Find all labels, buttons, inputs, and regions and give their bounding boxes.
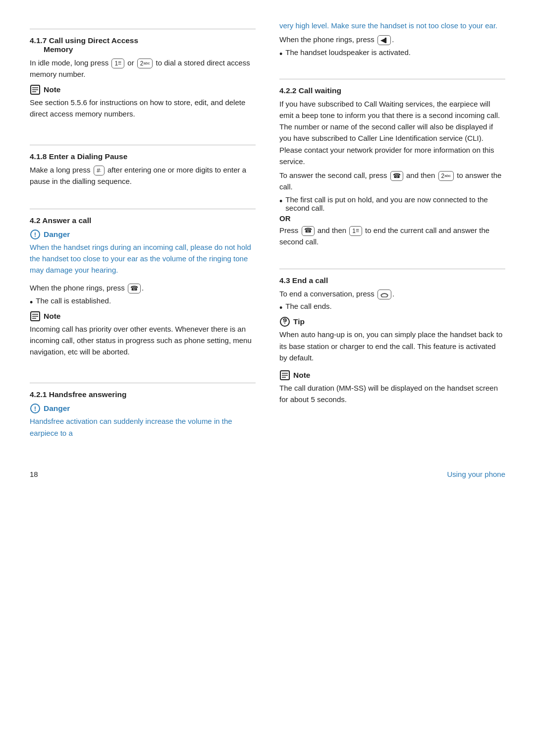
note-header-417: Note: [30, 84, 256, 95]
svg-line-13: [387, 295, 388, 297]
section-421: 4.2.1 Handsfree answering ! Danger Hands…: [30, 374, 256, 445]
btn-2-icon: 2abc: [137, 58, 153, 68]
btn-1-icon: 1☰: [111, 58, 124, 68]
note-icon-43: [279, 370, 290, 381]
danger-42: ! Danger When the handset rings during a…: [30, 229, 256, 279]
phone-icon-422: ☎: [390, 171, 403, 181]
section-421-title: 4.2.1 Handsfree answering: [30, 390, 256, 399]
section-422-bullet1: • The first call is put on hold, and you…: [279, 195, 505, 212]
end-call-icon: [377, 290, 391, 299]
svg-text:!: !: [34, 405, 36, 412]
danger-icon: !: [30, 229, 41, 240]
section-422-body: If you have subscribed to Call Waiting s…: [279, 98, 505, 168]
section-417-title: 4.1.7 Call using Direct Access Memory: [30, 36, 256, 54]
divider-417: [30, 29, 256, 29]
bullet-dot-43: •: [279, 303, 282, 312]
or-label-422: OR: [279, 214, 505, 223]
bullet-dot: •: [30, 298, 33, 307]
note-42: Note Incoming call has priority over oth…: [30, 311, 256, 360]
danger-421-body: Handsfree activation can suddenly increa…: [30, 415, 256, 439]
footer-link: Using your phone: [447, 470, 505, 478]
left-column: 4.1.7 Call using Direct Access Memory In…: [30, 20, 256, 455]
svg-line-12: [381, 295, 382, 297]
btn-2-422-icon: 2abc: [438, 171, 454, 181]
right-column: very high level. Make sure the handset i…: [279, 20, 505, 455]
page-layout: 4.1.7 Call using Direct Access Memory In…: [30, 20, 505, 455]
phone-icon-422b: ☎: [302, 226, 315, 236]
tip-43: Tip When auto hang-up is on, you can sim…: [279, 316, 505, 366]
section-422-body3: Press ☎ and then 1☰ to end the current c…: [279, 225, 505, 248]
section-43: 4.3 End a call To end a conversation, pr…: [279, 260, 505, 412]
section-417: 4.1.7 Call using Direct Access Memory In…: [30, 20, 256, 126]
danger-header-42: ! Danger: [30, 229, 256, 240]
section-418-body: Make a long press #; after entering one …: [30, 164, 256, 187]
phone-answer-icon: ☎: [128, 284, 141, 293]
divider-418: [30, 145, 256, 145]
danger-421: ! Danger Handsfree activation can sudden…: [30, 403, 256, 441]
tip-header-43: Tip: [279, 316, 505, 327]
tip-icon: [279, 316, 290, 327]
section-422-body2: To answer the second call, press ☎ and t…: [279, 170, 505, 193]
divider-43: [279, 269, 505, 269]
section-418-title: 4.1.8 Enter a Dialing Pause: [30, 152, 256, 161]
note-417-body: See section 5.5.6 for instructions on ho…: [30, 97, 256, 120]
section-43-title: 4.3 End a call: [279, 276, 505, 285]
page-number: 18: [30, 470, 38, 478]
note-43-body: The call duration (MM-SS) will be displa…: [279, 382, 505, 406]
section-417-body: In idle mode, long press 1☰ or 2abc to d…: [30, 57, 256, 80]
bullet-dot-421: •: [279, 50, 282, 58]
section-43-body1: To end a conversation, press .: [279, 288, 505, 299]
note-icon: [30, 84, 41, 95]
danger-icon-421: !: [30, 403, 41, 414]
section-417-note: Note See section 5.5.6 for instructions …: [30, 84, 256, 122]
section-42-bullet1: • The call is established.: [30, 296, 256, 307]
bullet-dot-422: •: [279, 197, 282, 206]
divider-42: [30, 209, 256, 209]
danger-421-cont: very high level. Make sure the handset i…: [279, 20, 505, 31]
btn-1-422-icon: 1☰: [349, 226, 362, 236]
svg-point-18: [284, 323, 285, 324]
section-43-bullet1: • The call ends.: [279, 302, 505, 312]
section-42-body1: When the phone rings, press ☎.: [30, 282, 256, 293]
section-421-bullet1: • The handset loudspeaker is activated.: [279, 48, 505, 58]
section-421-cont: very high level. Make sure the handset i…: [279, 20, 505, 60]
note-header-42: Note: [30, 311, 256, 322]
page-footer: 18 Using your phone: [30, 470, 505, 478]
hash-btn-icon: #;: [94, 166, 105, 175]
danger-42-body: When the handset rings during an incomin…: [30, 241, 256, 276]
svg-text:!: !: [34, 231, 36, 238]
note-42-body: Incoming call has priority over other ev…: [30, 323, 256, 358]
section-422: 4.2.2 Call waiting If you have subscribe…: [279, 70, 505, 250]
tip-43-body: When auto hang-up is on, you can simply …: [279, 329, 505, 363]
section-42: 4.2 Answer a call ! Danger When the hand…: [30, 200, 256, 364]
divider-422: [279, 79, 505, 79]
speaker-btn-icon: ◀▌: [377, 35, 391, 45]
section-42-title: 4.2 Answer a call: [30, 216, 256, 225]
section-422-title: 4.2.2 Call waiting: [279, 86, 505, 95]
section-421-cont-body: When the phone rings, press ◀▌.: [279, 34, 505, 45]
divider-421: [30, 383, 256, 383]
note-43: Note The call duration (MM-SS) will be d…: [279, 370, 505, 408]
danger-header-421: ! Danger: [30, 403, 256, 414]
section-418: 4.1.8 Enter a Dialing Pause Make a long …: [30, 136, 256, 190]
note-icon-42: [30, 311, 41, 322]
end-call-svg: [380, 291, 389, 298]
note-header-43: Note: [279, 370, 505, 381]
